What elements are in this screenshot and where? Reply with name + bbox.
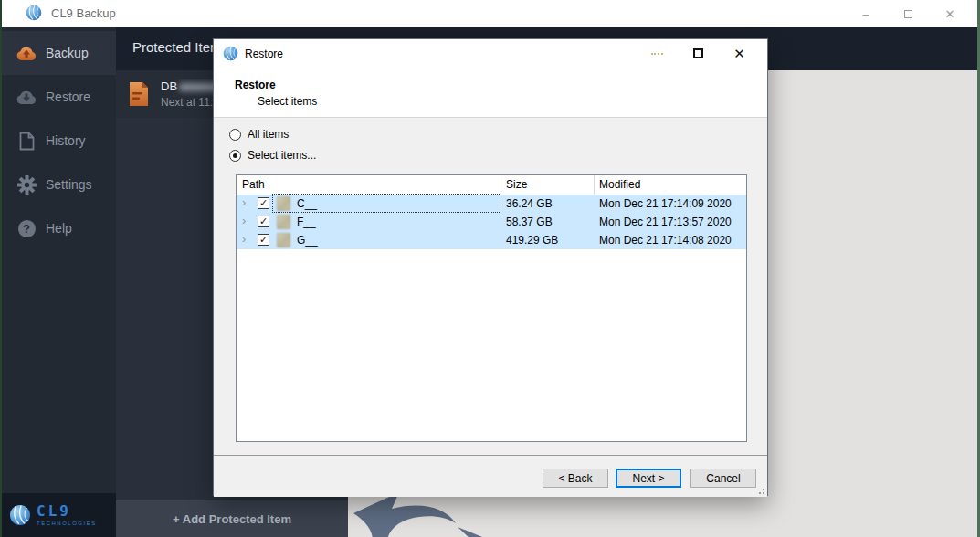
- dialog-header: Restore Select items: [214, 68, 767, 118]
- column-header-size[interactable]: Size: [506, 178, 527, 191]
- column-header-modified[interactable]: Modified: [599, 178, 640, 191]
- drive-icon: [277, 233, 290, 247]
- column-header-path[interactable]: Path: [242, 178, 265, 191]
- dialog-close-icon[interactable]: ✕: [719, 39, 760, 68]
- dialog-titlebar[interactable]: Restore ✕: [214, 39, 767, 68]
- brand-swirl-icon: [9, 504, 31, 526]
- radio-circle: [229, 150, 241, 162]
- app-title: CL9 Backup: [51, 6, 116, 20]
- table-row[interactable]: ›✓F__58.37 GBMon Dec 21 17:13:57 2020: [237, 213, 746, 231]
- app-logo-icon: [26, 5, 42, 21]
- question-icon: ?: [16, 219, 37, 237]
- radio-select-items[interactable]: Select items...: [229, 149, 316, 162]
- sidebar-item-help[interactable]: ?Help: [0, 206, 116, 250]
- database-file-icon: [128, 81, 150, 107]
- row-checkbox[interactable]: ✓: [258, 216, 269, 227]
- sidebar-item-label: Restore: [46, 90, 90, 104]
- column-divider[interactable]: [501, 175, 501, 195]
- minimize-icon[interactable]: –: [845, 0, 887, 27]
- maximize-glyph: [904, 10, 912, 18]
- dialog-window-controls: ✕: [637, 39, 760, 68]
- resize-grip-icon[interactable]: [757, 487, 764, 494]
- radio-circle: [229, 129, 241, 141]
- sidebar: BackupRestoreHistorySettings?Help CL9 TE…: [0, 27, 116, 537]
- cell-path: C__: [297, 197, 317, 210]
- sidebar-item-label: Settings: [46, 177, 92, 192]
- desktop-edge: [0, 0, 2, 537]
- document-icon: [16, 132, 37, 150]
- sidebar-item-backup[interactable]: Backup: [0, 31, 116, 75]
- cloud-down-icon: [16, 88, 37, 106]
- window-controls: – ✕: [845, 0, 971, 27]
- brand-name: CL9: [37, 504, 97, 519]
- cell-modified: Mon Dec 21 17:13:57 2020: [599, 216, 732, 228]
- drive-icon: [277, 215, 290, 229]
- table-body: ›✓C__36.24 GBMon Dec 21 17:14:09 2020›✓F…: [237, 195, 746, 249]
- maximize-icon[interactable]: [887, 0, 929, 27]
- main-titlebar: CL9 Backup – ✕: [0, 0, 980, 27]
- dialog-maximize-icon[interactable]: [678, 39, 719, 68]
- row-checkbox[interactable]: ✓: [258, 197, 269, 209]
- sidebar-item-label: History: [46, 133, 86, 148]
- dialog-logo-icon: [223, 46, 238, 61]
- dialog-minimize-icon: [637, 39, 678, 68]
- cell-modified: Mon Dec 21 17:14:08 2020: [599, 234, 732, 247]
- expander-chevron-icon[interactable]: ›: [242, 232, 246, 246]
- dialog-title: Restore: [245, 47, 283, 60]
- app-window: CL9 Backup – ✕ Protected Items BackupRes…: [0, 0, 980, 537]
- expander-chevron-icon[interactable]: ›: [242, 214, 246, 227]
- cancel-button[interactable]: Cancel: [690, 469, 756, 488]
- brand-logo: CL9 TECHNOLOGIES: [0, 493, 116, 537]
- cloud-up-icon: [16, 44, 37, 62]
- sidebar-nav: BackupRestoreHistorySettings?Help: [0, 31, 116, 250]
- table-row[interactable]: ›✓G__419.29 GBMon Dec 21 17:14:08 2020: [237, 231, 746, 249]
- sidebar-item-label: Help: [46, 221, 72, 236]
- drive-icon: [277, 196, 290, 211]
- restore-dialog: Restore ✕ Restore Select items All items…: [213, 38, 768, 496]
- gear-icon: [16, 175, 37, 194]
- items-table: Path Size Modified ›✓C__36.24 GBMon Dec …: [236, 174, 747, 442]
- row-checkbox[interactable]: ✓: [258, 234, 269, 246]
- add-protected-item-button[interactable]: + Add Protected Item: [116, 500, 348, 537]
- sidebar-item-label: Backup: [46, 46, 89, 60]
- column-divider[interactable]: [594, 175, 595, 195]
- dialog-footer: < Back Next > Cancel: [214, 456, 767, 497]
- cell-path: F__: [297, 216, 316, 228]
- sidebar-item-history[interactable]: History: [0, 119, 116, 163]
- radio-all-items-label: All items: [248, 128, 289, 141]
- table-row[interactable]: ›✓C__36.24 GBMon Dec 21 17:14:09 2020: [237, 195, 746, 213]
- cell-path: G__: [297, 234, 318, 247]
- cell-size: 58.37 GB: [506, 216, 553, 228]
- brand-text: CL9 TECHNOLOGIES: [37, 504, 97, 526]
- back-button[interactable]: < Back: [543, 469, 608, 488]
- cell-modified: Mon Dec 21 17:14:09 2020: [599, 197, 732, 210]
- close-icon[interactable]: ✕: [929, 0, 971, 27]
- radio-all-items[interactable]: All items: [229, 128, 289, 141]
- dialog-heading: Restore: [235, 79, 276, 91]
- add-protected-item-label: + Add Protected Item: [173, 512, 291, 526]
- table-header: Path Size Modified: [237, 175, 746, 195]
- radio-select-items-label: Select items...: [248, 149, 316, 162]
- cell-size: 419.29 GB: [506, 234, 558, 247]
- expander-chevron-icon[interactable]: ›: [242, 195, 246, 209]
- dialog-subheading: Select items: [258, 95, 317, 108]
- next-button[interactable]: Next >: [616, 469, 681, 488]
- sidebar-item-settings[interactable]: Settings: [0, 163, 116, 206]
- sidebar-item-restore[interactable]: Restore: [0, 75, 116, 119]
- cell-size: 36.24 GB: [506, 197, 553, 210]
- brand-subtext: TECHNOLOGIES: [37, 521, 97, 526]
